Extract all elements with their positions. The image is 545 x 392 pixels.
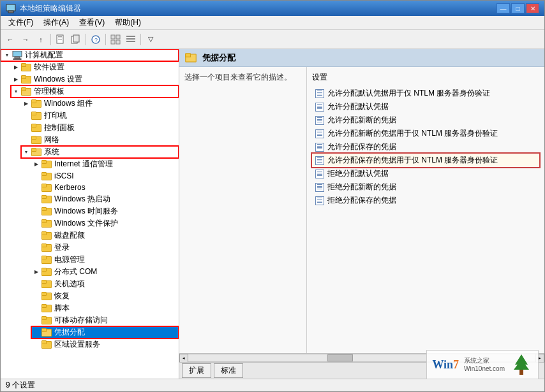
expander-dcom[interactable]: ▶ xyxy=(31,267,41,277)
settings-item-icon-5 xyxy=(315,156,325,166)
menu-action[interactable]: 操作(A) xyxy=(38,16,74,29)
tree-item-wincomp[interactable]: ▶ Windows 组件 xyxy=(21,98,179,110)
tree-item-iscsi[interactable]: ▶ iSCSI xyxy=(31,170,179,182)
tree-label-admin: 管理模板 xyxy=(33,86,66,97)
tab-expand[interactable]: 扩展 xyxy=(182,363,211,378)
expander-internet[interactable]: ▶ xyxy=(31,159,41,170)
scroll-thumb[interactable] xyxy=(327,354,353,361)
tree-item-locale[interactable]: ▶ 区域设置服务 xyxy=(31,338,179,351)
back-button[interactable]: ← xyxy=(3,33,17,47)
tree-item-controlpanel[interactable]: ▶ 控制面板 xyxy=(21,122,179,134)
new-doc-button[interactable] xyxy=(54,33,68,47)
folder-iscsi-icon xyxy=(41,171,52,180)
close-button[interactable]: ✕ xyxy=(526,3,539,13)
settings-item-7[interactable]: 拒绝分配新断的凭据 xyxy=(312,180,539,194)
settings-item-2[interactable]: 允许分配新断的凭据 xyxy=(312,113,539,127)
tree-node-admin: ▾ 管理模板 ▶ Windows 组件 xyxy=(11,85,179,351)
expander-win-settings[interactable]: ▶ xyxy=(11,75,21,85)
folder-wincomp-icon xyxy=(31,99,41,108)
settings-item-1[interactable]: 允许分配默认凭据 xyxy=(312,100,539,113)
menu-file[interactable]: 文件(F) xyxy=(3,16,38,29)
tree-item-diskquota[interactable]: ▶ 磁盘配额 xyxy=(31,229,179,242)
left-panel[interactable]: ▾ 计算机配置 ▶ 软件设置 xyxy=(1,49,179,379)
folder-dcom-icon xyxy=(41,268,52,277)
tree-item-printer[interactable]: ▶ 打印机 xyxy=(21,110,179,122)
tree-item-network[interactable]: ▶ 网络 xyxy=(21,134,179,146)
minimize-button[interactable]: — xyxy=(496,3,510,13)
folder-system-icon xyxy=(31,148,41,157)
svg-rect-17 xyxy=(13,51,22,57)
tree-item-software[interactable]: ▶ 软件设置 xyxy=(11,61,179,73)
tree-item-shutdown[interactable]: ▶ 关机选项 xyxy=(31,278,179,290)
toolbar-sep1 xyxy=(50,34,51,45)
settings-item-icon-2 xyxy=(315,115,325,126)
tree-item-recovery[interactable]: ▶ 恢复 xyxy=(31,290,179,302)
settings-item-label-0: 允许分配默认凭据用于仅 NTLM 服务器身份验证 xyxy=(327,88,490,99)
tree-item-hotstart[interactable]: ▶ Windows 热启动 xyxy=(31,193,179,205)
status-bar: 9 个设置 Win7 系统之家 Win10net.com xyxy=(1,379,544,391)
settings-item-0[interactable]: 允许分配默认凭据用于仅 NTLM 服务器身份验证 xyxy=(312,87,539,100)
svg-rect-12 xyxy=(111,40,115,44)
settings-item-5[interactable]: 允许分配保存的凭据用于仅 NTLM 服务器身份验证 xyxy=(312,154,539,167)
up-button[interactable]: ↑ xyxy=(34,33,48,47)
expander-wincomp[interactable]: ▶ xyxy=(21,99,31,109)
tree-item-admin[interactable]: ▾ 管理模板 xyxy=(11,85,179,98)
svg-rect-16 xyxy=(126,41,135,42)
settings-item-icon-1 xyxy=(315,102,325,112)
settings-item-icon-7 xyxy=(315,182,325,192)
settings-item-3[interactable]: 允许分配新断的凭据用于仅 NTLM 服务器身份验证 xyxy=(312,127,539,140)
expander-admin[interactable]: ▾ xyxy=(11,87,21,97)
tree-item-system[interactable]: ▾ 系统 xyxy=(21,146,179,158)
tree-item-credentials[interactable]: ▶ 凭据分配 xyxy=(31,326,179,338)
scroll-track[interactable] xyxy=(188,354,535,362)
tree-label-iscsi: iSCSI xyxy=(53,171,75,180)
tree-label-dcom: 分布式 COM xyxy=(53,266,98,277)
tree-label-login: 登录 xyxy=(53,242,71,253)
tree-item-fileprotect[interactable]: ▶ Windows 文件保护 xyxy=(31,217,179,229)
tree-item-power[interactable]: ▶ 电源管理 xyxy=(31,254,179,266)
view-button2[interactable] xyxy=(124,33,138,47)
settings-item-label-8: 拒绝分配保存的凭据 xyxy=(327,195,396,206)
tree-item-kerberos[interactable]: ▶ Kerberos xyxy=(31,182,179,193)
maximize-button[interactable]: □ xyxy=(511,3,525,13)
copy-button[interactable] xyxy=(69,33,83,47)
scroll-right-arrow[interactable]: ▸ xyxy=(535,354,544,363)
settings-header: 设置 xyxy=(312,72,539,83)
filter-button[interactable]: ▽ xyxy=(144,33,158,47)
tree-item-scripts[interactable]: ▶ 脚本 xyxy=(31,302,179,314)
tree-item-timeservice[interactable]: ▶ Windows 时间服务 xyxy=(31,205,179,217)
settings-item-4[interactable]: 允许分配保存的凭据 xyxy=(312,140,539,154)
folder-timeservice-icon xyxy=(41,207,52,216)
bottom-tabs: 扩展 标准 xyxy=(179,362,544,379)
settings-item-8[interactable]: 拒绝分配保存的凭据 xyxy=(312,194,539,207)
menu-bar: 文件(F) 操作(A) 查看(V) 帮助(H) xyxy=(1,16,544,30)
folder-removable-icon xyxy=(41,316,52,325)
tree-node-system: ▾ 系统 ▶ Internet 通信管理 xyxy=(21,146,179,351)
tree-item-computer[interactable]: ▾ 计算机配置 xyxy=(1,49,179,61)
tree-item-login[interactable]: ▶ 登录 xyxy=(31,242,179,254)
tree-item-dcom[interactable]: ▶ 分布式 COM xyxy=(31,266,179,278)
tree-label-printer: 打印机 xyxy=(43,110,68,121)
folder-printer-icon xyxy=(31,112,41,120)
menu-help[interactable]: 帮助(H) xyxy=(110,16,146,29)
tree-item-removable[interactable]: ▶ 可移动存储访问 xyxy=(31,314,179,326)
expander-computer[interactable]: ▾ xyxy=(2,50,12,61)
tree-item-windows-settings[interactable]: ▶ Windows 设置 xyxy=(11,73,179,85)
forward-button[interactable]: → xyxy=(19,33,33,47)
tab-standard[interactable]: 标准 xyxy=(214,363,243,378)
expander-system[interactable]: ▾ xyxy=(21,147,31,157)
view-button1[interactable] xyxy=(108,33,123,47)
settings-item-6[interactable]: 拒绝分配默认凭据 xyxy=(312,167,539,180)
scroll-left-arrow[interactable]: ◂ xyxy=(179,354,188,363)
folder-internet-icon xyxy=(41,160,52,169)
toolbar: ← → ↑ ? ▽ xyxy=(1,30,544,49)
tree-item-internet[interactable]: ▶ Internet 通信管理 xyxy=(31,158,179,170)
folder-software-icon xyxy=(21,63,31,72)
settings-item-label-1: 允许分配默认凭据 xyxy=(327,101,389,112)
expander-software[interactable]: ▶ xyxy=(11,62,21,73)
menu-view[interactable]: 查看(V) xyxy=(74,16,110,29)
svg-rect-0 xyxy=(6,4,15,11)
right-hscroll[interactable]: ◂ ▸ xyxy=(179,353,544,362)
settings-item-icon-3 xyxy=(315,129,325,139)
help-button[interactable]: ? xyxy=(89,33,103,47)
